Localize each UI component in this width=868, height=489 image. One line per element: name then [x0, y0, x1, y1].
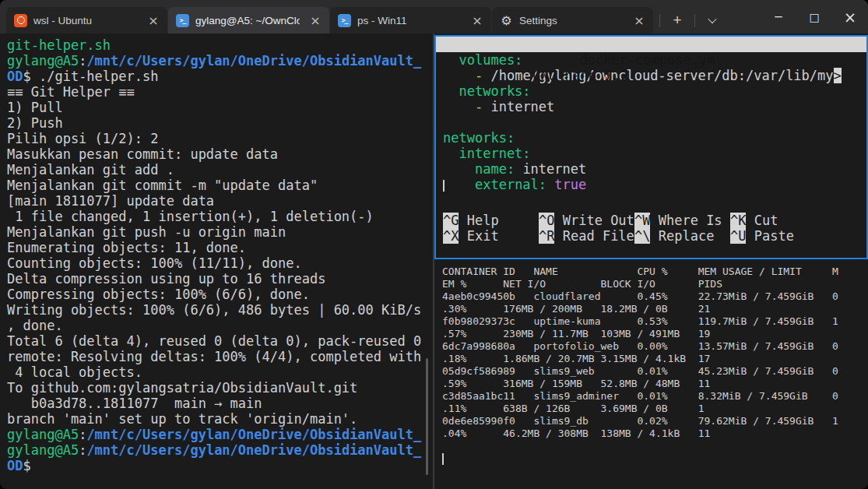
terminal-line: Menjalankan git add .	[7, 162, 433, 178]
terminal-line: Writing objects: 100% (6/6), 486 bytes |…	[7, 302, 433, 318]
terminal-line: gylang@A5:/mnt/c/Users/gylan/OneDrive/Ob…	[7, 427, 433, 442]
terminal-line: 05d9cf586989 slims9_web 0.01% 45.23MiB /…	[442, 365, 868, 378]
terminal-line: Total 6 (delta 4), reused 0 (delta 0), p…	[7, 333, 433, 349]
tab-label: gylang@A5: ~/OwnClouc	[195, 15, 300, 26]
nano-shortcut-replace: ^\ Replace	[634, 228, 730, 244]
nano-title-bar: docker-compose.yml GNU nano 7.2	[436, 37, 866, 52]
terminal-line: 6dc7a998680a portofolio_web 0.00% 13.57M…	[442, 340, 868, 353]
close-button[interactable]: ×	[832, 0, 868, 33]
tab-close-button[interactable]: ×	[630, 11, 648, 30]
shortcut-label: Help	[459, 213, 498, 228]
terminal-line: Pilih opsi (1/2): 2	[7, 131, 433, 146]
terminal-line: , done.	[7, 318, 433, 333]
terminal-line: 1) Pull	[7, 100, 433, 115]
shortcut-label: Exit	[459, 228, 498, 244]
terminal-line: EM % NET I/O BLOCK I/O PIDS	[442, 278, 868, 290]
tab-settings[interactable]: Settings×	[492, 7, 653, 33]
terminal-line: 4 local objects.	[7, 364, 433, 380]
shortcut-label: Cut	[746, 213, 778, 228]
left-terminal-scrollbar[interactable]	[426, 358, 428, 475]
left-terminal-output: git-helper.shgylang@A5:/mnt/c/Users/gyla…	[7, 37, 433, 473]
terminal-line: c3d85aa1bc11 slims9_adminer 0.01% 8.32Mi…	[442, 390, 868, 403]
docker-stats-pane[interactable]: CONTAINER ID NAME CPU % MEM USAGE / LIMI…	[434, 259, 868, 489]
terminal-line: CONTAINER ID NAME CPU % MEM USAGE / LIMI…	[442, 266, 868, 278]
close-icon: ×	[844, 9, 856, 26]
terminal-line: - internet	[443, 99, 866, 114]
new-tab-group: +	[654, 7, 724, 33]
terminal-window: wsl - Ubuntu×gylang@A5: ~/OwnClouc×ps - …	[0, 0, 868, 489]
terminal-line: To github.com:gylangsatria/ObsidianVault…	[7, 380, 433, 396]
terminal-line: git-helper.sh	[7, 37, 433, 53]
terminal-line: .04% 46.2MB / 308MB 138MB / 4.1kB 11	[442, 427, 868, 440]
tab-close-button[interactable]: ×	[468, 11, 487, 30]
new-tab-button[interactable]: +	[666, 9, 689, 32]
shortcut-label: Read File	[554, 228, 634, 244]
terminal-line: Enumerating objects: 11, done.	[7, 240, 433, 255]
terminal-line: [main 1811077] update data	[7, 193, 433, 209]
terminal-line: 2) Push	[7, 115, 433, 131]
shortcut-key: ^X	[443, 228, 459, 244]
nano-editor-pane[interactable]: docker-compose.yml GNU nano 7.2 volumes:…	[434, 35, 868, 259]
terminal-line: gylang@A5:/mnt/c/Users/gylan/OneDrive/Ob…	[7, 53, 433, 69]
nano-app-title: GNU nano 7.2	[515, 68, 628, 83]
minimize-button[interactable]: ─	[761, 0, 796, 33]
terminal-line: OD$	[7, 458, 433, 473]
shortcut-label: Where Is	[650, 213, 722, 228]
chevron-down-icon	[708, 15, 716, 23]
tab-close-button[interactable]: ×	[306, 11, 325, 30]
tab-gylang-a5-ownclouc[interactable]: gylang@A5: ~/OwnClouc×	[168, 7, 329, 33]
tab-ps-win11[interactable]: ps - Win11×	[330, 7, 491, 33]
terminal-line: f0b98029373c uptime-kuma 0.53% 119.7MiB …	[442, 315, 868, 328]
shortcut-key: ^U	[730, 228, 746, 244]
terminal-line: Delta compression using up to 16 threads	[7, 271, 433, 287]
terminal-line	[442, 452, 868, 465]
terminal-line: Menjalankan git push -u origin main	[7, 224, 433, 240]
nano-shortcut-help: ^G Help	[443, 213, 539, 228]
tab-label: ps - Win11	[357, 15, 462, 26]
terminal-line: remote: Resolving deltas: 100% (4/4), co…	[7, 349, 433, 364]
nano-shortcut-write-out: ^O Write Out	[539, 213, 634, 228]
terminal-line: Menjalankan git commit -m "update data"	[7, 178, 433, 193]
terminal-line: OD$ ./git-helper.sh	[7, 69, 433, 84]
tab-separator	[694, 14, 695, 27]
terminal-line: internet:	[443, 146, 866, 161]
nano-file-name: docker-compose.yml	[436, 52, 866, 68]
shortcut-key: ^K	[730, 213, 746, 228]
terminal-line	[443, 114, 866, 130]
terminal-line: 1 file changed, 1 insertion(+), 1 deleti…	[7, 209, 433, 224]
tab-wsl-ubuntu[interactable]: wsl - Ubuntu×	[6, 7, 167, 33]
window-controls: ─ □ ×	[761, 0, 868, 33]
terminal-content: git-helper.shgylang@A5:/mnt/c/Users/gyla…	[0, 33, 868, 489]
terminal-line: .30% 176MB / 200MB 18.2MB / 0B 21	[442, 303, 868, 315]
shortcut-label: Write Out	[554, 213, 634, 228]
terminal-line: Compressing objects: 100% (6/6), done.	[7, 287, 433, 302]
ubuntu-icon	[14, 14, 27, 27]
tab-label: wsl - Ubuntu	[33, 15, 138, 26]
terminal-line: branch 'main' set up to track 'origin/ma…	[7, 411, 433, 427]
right-pane-column: docker-compose.yml GNU nano 7.2 volumes:…	[434, 33, 868, 489]
nano-shortcut-where-is: ^W Where Is	[634, 213, 730, 228]
terminal-line	[442, 440, 868, 452]
terminal-line: 0de6e85990f0 slims9_db 0.02% 79.62MiB / …	[442, 415, 868, 427]
tab-dropdown-button[interactable]	[701, 9, 724, 32]
terminal-line: Masukkan pesan commit: update data	[7, 146, 433, 162]
tab-close-button[interactable]: ×	[144, 11, 163, 30]
titlebar: wsl - Ubuntu×gylang@A5: ~/OwnClouc×ps - …	[0, 0, 868, 33]
maximize-button[interactable]: □	[796, 0, 832, 33]
terminal-line: name: internet	[443, 161, 866, 177]
gear-icon	[500, 14, 513, 27]
shortcut-key: ^\	[634, 228, 650, 244]
nano-shortcut-bar: ^G Help^O Write Out^W Where Is^K Cut^X E…	[436, 213, 866, 258]
shortcut-label: Replace	[650, 228, 714, 244]
nano-shortcut-read-file: ^R Read File	[539, 228, 634, 244]
nano-spacer	[436, 192, 866, 213]
shortcut-key: ^W	[634, 213, 650, 228]
terminal-line: b0a3d78..1811077 main → main	[7, 396, 433, 411]
terminal-line: external: true	[443, 177, 866, 192]
nano-shortcut-cut: ^K Cut	[730, 213, 866, 228]
left-terminal-pane[interactable]: git-helper.shgylang@A5:/mnt/c/Users/gyla…	[0, 33, 433, 489]
shortcut-key: ^O	[539, 213, 554, 228]
terminal-line: Counting objects: 100% (11/11), done.	[7, 255, 433, 271]
shortcut-key: ^R	[539, 228, 554, 244]
powershell-icon	[176, 14, 189, 27]
